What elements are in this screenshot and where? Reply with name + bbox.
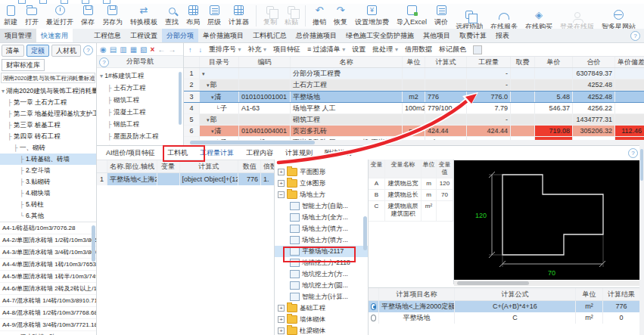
tree-item[interactable]: ├ 5.砖柱 [0, 199, 96, 210]
expand-icon[interactable]: + [278, 316, 285, 323]
expand-icon[interactable]: + [278, 169, 285, 175]
list-item[interactable]: A4-4/单面清水砖墙 1砖/10m3/7653.2 [0, 259, 96, 271]
table-row-selected[interactable]: 3 ▾清 010101001001 平整场地 m2 776 776.0 5.48… [184, 91, 644, 103]
division-item[interactable]: ├ 混凝土工程 [97, 106, 183, 118]
open-button[interactable]: 打开 [21, 4, 42, 27]
table-row-warning[interactable]: 6 ▾清 010401004001 页岩多孔砖 m3 424.44 424.44… [184, 126, 644, 137]
list-scrollbar[interactable] [92, 225, 95, 262]
shape-leaf[interactable]: 智能土方(自助... [275, 200, 368, 212]
tree-section[interactable]: ├ 一、砌砖 [0, 142, 96, 154]
new-button[interactable]: 新建 [0, 4, 21, 27]
tree-item[interactable]: ├ 3.贴砌砖 [0, 176, 96, 188]
collapse-icon[interactable]: − [278, 191, 285, 198]
shape-folder[interactable]: +柱梁砌体 [275, 325, 368, 335]
tab-fee-calculation[interactable]: 取费计算 [455, 29, 491, 42]
col-header[interactable]: 目录号 [200, 57, 239, 67]
shape-leaf[interactable]: 场地土方(全方... [275, 212, 368, 223]
mode-button-quota[interactable]: 定额 [26, 45, 49, 57]
canvas-horizontal-scrollbar[interactable] [454, 281, 639, 286]
move-up-icon[interactable]: ↑ [188, 46, 192, 54]
tree-item[interactable]: └ 6.其他 [0, 210, 96, 220]
tab-quick-apply[interactable]: 快速套用 [36, 29, 73, 42]
col-header[interactable]: 单价 [535, 57, 573, 67]
help-icon[interactable]: ? [99, 57, 109, 67]
list-item[interactable]: A4-2/单面清水砖墙 1/2砖/10m3/806 [0, 234, 96, 247]
paste-button[interactable]: 粘贴 [281, 4, 302, 27]
item-feature-button[interactable]: 项目特征 [273, 45, 300, 54]
filter-view-icon[interactable]: ▧ [140, 45, 147, 54]
variable-row[interactable]: A 建筑物总宽 m 120 [369, 178, 453, 190]
col-header[interactable]: 单位 [403, 57, 425, 67]
calc-row-selected[interactable]: 1 平整场地<上海20... [object Object]+(120[建...… [97, 173, 274, 185]
collapse-icon[interactable]: ▥ [120, 45, 126, 54]
expand-icon[interactable]: + [278, 180, 285, 187]
expand-icon[interactable]: + [278, 305, 285, 312]
list-item[interactable]: A4-6/单面清水砖墙 2砖及2砖以上/10 [0, 283, 96, 295]
tab-total-price-measures[interactable]: 总价措施项目 [291, 29, 341, 42]
tab-other-items[interactable]: 其他项目 [418, 29, 455, 42]
redo-button[interactable]: ↷恢复 [330, 4, 351, 27]
tree-item-selected[interactable]: ├ 1.砖基础、砖墙 [0, 154, 96, 165]
import-excel-button[interactable]: 导入Excel [393, 4, 431, 27]
list-item[interactable]: A4-5/单面清水砖墙 1砖半/10m3/749 [0, 271, 96, 283]
tab-divisional-items[interactable]: 分部分项 [162, 29, 198, 42]
division-scrollbar[interactable] [179, 72, 182, 125]
copy-button[interactable]: 复制 [260, 4, 281, 27]
division-item[interactable]: ├ 砌筑工程 [97, 94, 183, 106]
help-icon[interactable]: ? [630, 31, 640, 41]
col-header[interactable]: 单价偏差率 [615, 57, 644, 67]
shape-leaf[interactable]: 场地土方(填方... [275, 234, 368, 246]
col-header[interactable]: 合价 [573, 57, 615, 67]
table-row[interactable]: 2 ▾部 土石方工程 - 4252.48 [184, 79, 644, 91]
tab-project-info[interactable]: 工程信息 [89, 29, 126, 42]
tab-work-content[interactable]: 工程内容 [241, 146, 278, 160]
calculator-button[interactable]: 计算器 [225, 4, 253, 27]
col-header[interactable]: 工程量 [467, 57, 511, 67]
table-row[interactable]: 5 ▾部 砌筑工程 - 1434777.31 [184, 114, 644, 126]
tree-chapter[interactable]: ├ 第一章 土石方工程 [0, 97, 96, 108]
tree-chapter[interactable]: ├ 第三章 桩基工程 [0, 119, 96, 131]
tab-project-management[interactable]: 项目管理 [0, 29, 36, 42]
list-view-icon[interactable]: ▦ [130, 45, 137, 54]
radio-icon[interactable] [371, 315, 376, 321]
table-row[interactable]: 1 ▾ 分部分项工程费 - 6307849.37 [184, 68, 644, 79]
settings-button[interactable]: 设置 [352, 45, 366, 54]
forward-icon[interactable]: → [168, 45, 176, 54]
mode-button-list[interactable]: 清单 [2, 45, 24, 57]
right-vertical-scrollbar[interactable] [639, 145, 644, 335]
standard-library-button[interactable]: 财审标准库 [2, 59, 45, 71]
cad-canvas[interactable]: 120 70 [454, 160, 639, 280]
grid-horizontal-scrollbar[interactable] [184, 140, 644, 145]
tree-item[interactable]: ├ 4.砌块墙 [0, 188, 96, 199]
shape-leaf[interactable]: 地槽挖土方-2118 [275, 257, 368, 268]
list-item[interactable]: A4-3/单面清水砖墙 3/4砖/10m3/804 [0, 247, 96, 259]
tab-quantity-calc[interactable]: 工程量计算 [195, 146, 238, 160]
mode-button-resources[interactable]: 人材机 [51, 45, 81, 57]
col-header[interactable]: 取费 [511, 57, 535, 67]
tree-chapter[interactable]: ├ 第二章 地基处理和基坑支护工程 [0, 108, 96, 119]
filter-list-button[interactable]: ≡ 过滤清单 ▾ [307, 45, 345, 54]
col-header[interactable]: 计算式 [425, 57, 467, 67]
division-root[interactable]: ▾ 1#栋建筑工程 [97, 70, 183, 82]
shape-leaf[interactable]: 地坑挖土方(圆... [275, 280, 368, 291]
levels-button[interactable]: 层级 [204, 4, 225, 27]
tab-resources[interactable]: 工料机 [163, 146, 192, 160]
undo-button[interactable]: ↶撤销 [309, 4, 330, 27]
result-row[interactable]: 平整场地 C m² 0 [369, 312, 639, 324]
shape-leaf[interactable]: 智能土方(计算... [275, 291, 368, 302]
radio-selected-icon[interactable] [371, 303, 376, 310]
standard-select[interactable]: 湖南2020建筑与装饰工程消耗量标准⌄ [1, 73, 95, 83]
shape-folder[interactable]: +墙体砌体 [275, 314, 368, 325]
tab-calc-rules[interactable]: 计算规则 [281, 146, 317, 160]
set-surcharge-button[interactable]: 设置增加费 [351, 4, 393, 27]
help-icon[interactable]: ? [628, 148, 638, 158]
list-item[interactable]: A4-1/砖基础/10m3/7076.28 [0, 222, 96, 234]
variable-row[interactable]: B 建筑物总长 m 70 [369, 190, 453, 201]
col-header[interactable]: 名称 [291, 57, 403, 67]
shape-scrollbar[interactable] [363, 216, 367, 250]
list-item[interactable]: A4-7/混水砖墙 1/4砖/10m3/8910.71 [0, 295, 96, 307]
expand-icon[interactable]: + [278, 327, 285, 334]
tab-reports[interactable]: 报表 [491, 29, 514, 42]
reorder-button[interactable]: 重排序号 ▾ [209, 45, 241, 54]
result-row-selected[interactable]: 平整场地<上海2000定额> C+(A+B)*4+16 m² 776 [369, 301, 639, 312]
